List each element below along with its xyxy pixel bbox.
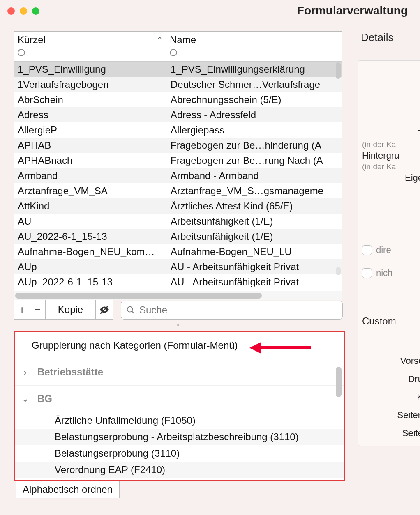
cell-kurzel: AbrSchein [14, 94, 167, 106]
cell-kurzel: Armband [14, 170, 167, 182]
table-row[interactable]: AttKindÄrztliches Attest Kind (65/E) [14, 198, 342, 214]
cell-name: Arbeitsunfähigkeit (1/E) [167, 231, 342, 242]
eye-slash-icon [99, 304, 110, 315]
cell-name: Fragebogen zur Be…hinderung (A [167, 140, 342, 151]
category-item[interactable]: Belastungserprobung (3110) [15, 445, 344, 462]
column-header-name[interactable]: Name [170, 34, 196, 46]
detail-line-vorschau: Vorsc [362, 356, 420, 366]
details-card: T (in der Ka Hintergru (in der Ka Eige d… [358, 60, 420, 446]
detail-line-seiten2: Seite [362, 428, 420, 439]
category-group-header[interactable]: ›Betriebsstätte [15, 359, 344, 386]
table-row[interactable]: AdressAdress - Adressfeld [14, 107, 342, 122]
cell-kurzel: APHABnach [14, 155, 167, 166]
sort-ascending-icon[interactable]: ⌃ [157, 35, 163, 44]
checkbox-direkt[interactable] [362, 245, 372, 255]
detail-line-drucker: Dru [362, 374, 420, 384]
cell-kurzel: Adress [14, 109, 167, 121]
search-field[interactable] [121, 301, 343, 320]
cell-name: Arztanfrage_VM_S…gsmanageme [167, 185, 342, 197]
filter-toggle-name[interactable] [170, 49, 177, 56]
copy-button[interactable]: Kopie [46, 300, 96, 319]
table-row[interactable]: 1VerlaufsfragebogenDeutscher Schmer…Verl… [14, 77, 342, 92]
categories-scrollbar[interactable] [336, 367, 342, 397]
cell-kurzel: 1Verlaufsfragebogen [14, 79, 167, 90]
cell-kurzel: AttKind [14, 200, 167, 212]
cell-kurzel: AU_2022-6-1_15-13 [14, 231, 167, 242]
table-row[interactable]: Arztanfrage_VM_SAArztanfrage_VM_S…gsmana… [14, 183, 342, 198]
cell-kurzel: Arztanfrage_VM_SA [14, 185, 167, 197]
table-header-row: Kürzel ⌃ Name [14, 32, 342, 62]
vertical-scrollbar[interactable] [335, 62, 342, 291]
table-toolbar: + − Kopie [14, 300, 343, 320]
cell-name: Adress - Adressfeld [167, 109, 342, 121]
detail-line-seiten1: Seiten [362, 410, 420, 421]
detail-line-hg-sub: (in der Ka [362, 162, 420, 171]
detail-line-t-sub: (in der Ka [362, 140, 420, 149]
scroll-thumb[interactable] [336, 62, 341, 79]
table-row[interactable]: AU_2022-6-1_15-13Arbeitsunfähigkeit (1/E… [14, 229, 342, 244]
detail-line-k: K [362, 392, 420, 402]
scroll-thumb-secondary [336, 267, 341, 275]
cell-name: Arbeitsunfähigkeit (1/E) [167, 216, 342, 227]
categories-header-label: Gruppierung nach Kategorien (Formular-Me… [32, 340, 238, 351]
table-row[interactable]: 1_PVS_Einwilligung1_PVS_Einwilligungserk… [14, 62, 342, 77]
categories-header: Gruppierung nach Kategorien (Formular-Me… [15, 332, 344, 359]
window-title: Formularverwaltung [0, 4, 420, 17]
detail-line-eig: Eige [362, 172, 420, 183]
category-item[interactable]: Ärztliche Unfallmeldung (F1050) [15, 412, 344, 429]
svg-point-1 [127, 306, 133, 312]
cell-name: Allergiepass [167, 124, 342, 136]
category-group-header[interactable]: ⌄BG [15, 386, 344, 412]
table-row[interactable]: Aufnahme-Bogen_NEU_kom…Aufnahme-Bogen_NE… [14, 244, 342, 259]
remove-button[interactable]: − [30, 300, 46, 319]
table-row[interactable]: AUArbeitsunfähigkeit (1/E) [14, 214, 342, 229]
cell-name: AU - Arbeitsunfähigkeit Privat [167, 276, 342, 288]
category-group-label: Betriebsstätte [37, 366, 103, 378]
cell-name: AU - Arbeitsunfähigkeit Privat [167, 261, 342, 273]
category-item[interactable]: Verordnung EAP (F2410) [15, 462, 344, 478]
cell-name: Aufnahme-Bogen_NEU_LU [167, 246, 342, 258]
table-body[interactable]: 1_PVS_Einwilligung1_PVS_Einwilligungserk… [14, 62, 342, 291]
svg-marker-4 [249, 342, 261, 354]
table-row[interactable]: AllergiePAllergiepass [14, 122, 342, 138]
search-input[interactable] [139, 304, 337, 316]
cell-kurzel: Aufnahme-Bogen_NEU_kom… [14, 246, 167, 258]
details-panel: Details T (in der Ka Hintergru (in der K… [358, 31, 420, 446]
forms-table: Kürzel ⌃ Name 1_PVS_Einwilligung1_PVS_Ei… [14, 31, 342, 300]
horizontal-scrollbar[interactable] [14, 291, 342, 300]
categories-panel: Gruppierung nach Kategorien (Formular-Me… [14, 331, 345, 481]
detail-line-custom: Custom [362, 315, 420, 327]
cell-kurzel: AUp [14, 261, 167, 273]
svg-line-2 [132, 311, 134, 313]
table-row[interactable]: AUpAU - Arbeitsunfähigkeit Privat [14, 259, 342, 274]
cell-name: Deutscher Schmer…Verlaufsfrage [167, 79, 342, 90]
split-drag-handle[interactable]: ● [14, 322, 343, 328]
cell-kurzel: AU [14, 216, 167, 227]
scroll-thumb-h[interactable] [15, 293, 262, 299]
checkbox-direkt-label: dire [376, 245, 391, 255]
category-item[interactable]: Belastungserprobung - Arbeitsplatzbeschr… [15, 429, 344, 445]
column-header-kurzel[interactable]: Kürzel [18, 34, 46, 46]
checkbox-nicht[interactable] [362, 268, 372, 278]
chevron-down-icon: ⌄ [21, 394, 29, 404]
category-group-label: BG [37, 393, 52, 405]
cell-name: Abrechnungsschein (5/E) [167, 94, 342, 106]
detail-line-t: T [362, 128, 420, 139]
sort-alphabetical-button[interactable]: Alphabetisch ordnen [16, 481, 120, 498]
cell-kurzel: AUp_2022-6-1_15-13 [14, 276, 167, 288]
chevron-right-icon: › [21, 368, 29, 377]
cell-kurzel: AllergieP [14, 124, 167, 136]
add-button[interactable]: + [14, 300, 30, 319]
table-row[interactable]: AbrScheinAbrechnungsschein (5/E) [14, 92, 342, 107]
table-row[interactable]: AUp_2022-6-1_15-13AU - Arbeitsunfähigkei… [14, 274, 342, 290]
cell-kurzel: 1_PVS_Einwilligung [14, 64, 167, 75]
cell-name: 1_PVS_Einwilligungserklärung [167, 64, 342, 75]
visibility-toggle-button[interactable] [96, 300, 113, 319]
cell-name: Fragebogen zur Be…rung Nach (A [167, 155, 342, 166]
detail-line-hg: Hintergru [362, 150, 420, 161]
details-heading: Details [358, 31, 420, 44]
table-row[interactable]: APHABnachFragebogen zur Be…rung Nach (A [14, 153, 342, 168]
table-row[interactable]: ArmbandArmband - Armband [14, 168, 342, 183]
table-row[interactable]: APHABFragebogen zur Be…hinderung (A [14, 138, 342, 153]
filter-toggle-kurzel[interactable] [18, 49, 25, 56]
